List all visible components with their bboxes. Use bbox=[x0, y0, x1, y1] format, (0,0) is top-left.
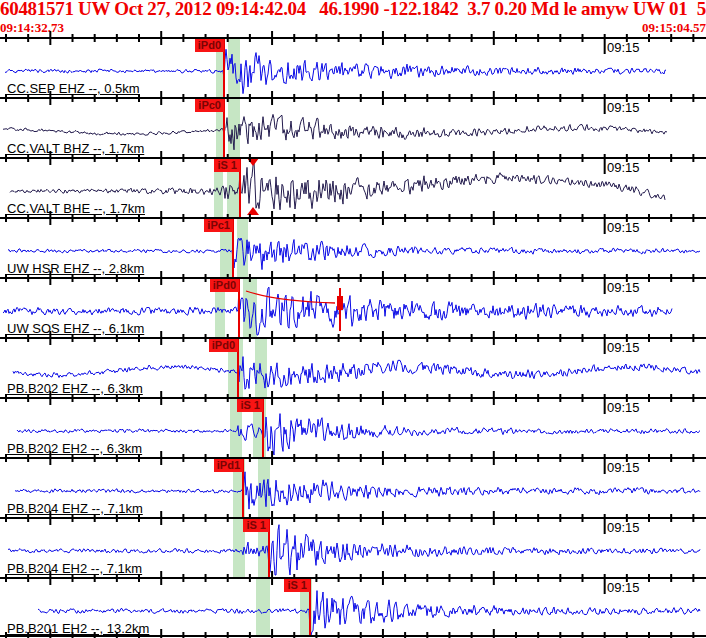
station-channel-label: PB.B201 EH2 --, 13.2km bbox=[7, 621, 149, 636]
phase-pick-flag[interactable]: iPd1 bbox=[214, 459, 243, 472]
phase-pick-flag[interactable]: iS 1 bbox=[214, 159, 240, 172]
trace-panel[interactable]: CC.VALT BHE --, 1.7km09:15iS 1 bbox=[0, 158, 706, 218]
phase-pick-flag[interactable]: iS 1 bbox=[237, 399, 263, 412]
trace-panel[interactable]: CC.VALT BHZ --, 1.7km09:15iPc0 bbox=[0, 98, 706, 158]
station-channel-label: PB.B204 EHZ --, 7.1km bbox=[7, 501, 143, 516]
minute-mark-label: 09:15 bbox=[607, 340, 640, 355]
minute-mark-label: 09:15 bbox=[607, 400, 640, 415]
minute-mark-label: 09:15 bbox=[607, 580, 640, 595]
minute-mark-label: 09:15 bbox=[607, 100, 640, 115]
minute-mark-label: 09:15 bbox=[607, 220, 640, 235]
trace-panel[interactable]: PB.B202 EHZ --, 6.3km09:15iPd0 bbox=[0, 338, 706, 398]
phase-pick-flag[interactable]: iPd0 bbox=[195, 39, 224, 52]
minute-mark-label: 09:15 bbox=[607, 460, 640, 475]
station-channel-label: CC.SEP EHZ --, 0.5km bbox=[7, 81, 140, 96]
trace-panel[interactable]: PB.B201 EH2 --, 13.2km09:15iS 1 bbox=[0, 578, 706, 638]
minute-mark-label: 09:15 bbox=[607, 520, 640, 535]
station-channel-label: PB.B202 EHZ --, 6.3km bbox=[7, 381, 143, 396]
station-channel-label: PB.B204 EH2 --, 7.1km bbox=[7, 561, 142, 576]
station-channel-label: CC.VALT BHE --, 1.7km bbox=[7, 201, 145, 216]
phase-pick-flag[interactable]: iS 1 bbox=[243, 519, 269, 532]
station-channel-label: UW HSR EHZ --, 2.8km bbox=[7, 261, 144, 276]
station-channel-label: PB.B202 EH2 --, 6.3km bbox=[7, 441, 142, 456]
station-channel-label: UW SOS EHZ --, 6.1km bbox=[7, 321, 144, 336]
station-channel-label: CC.VALT BHZ --, 1.7km bbox=[7, 141, 144, 156]
minute-mark-label: 09:15 bbox=[607, 160, 640, 175]
trace-panel[interactable]: PB.B204 EH2 --, 7.1km09:15iS 1 bbox=[0, 518, 706, 578]
trace-panel[interactable]: UW HSR EHZ --, 2.8km09:15iPc1 bbox=[0, 218, 706, 278]
trace-panel[interactable]: PB.B202 EH2 --, 6.3km09:15iS 1 bbox=[0, 398, 706, 458]
trace-panel[interactable]: UW SOS EHZ --, 6.1km09:15iPd0 bbox=[0, 278, 706, 338]
phase-pick-flag[interactable]: iS 1 bbox=[284, 579, 310, 592]
minute-mark-label: 09:15 bbox=[607, 280, 640, 295]
minute-mark-label: 09:15 bbox=[607, 40, 640, 55]
trace-panel[interactable]: CC.SEP EHZ --, 0.5km09:15iPd0 bbox=[0, 38, 706, 98]
phase-pick-flag[interactable]: iPd0 bbox=[210, 279, 239, 292]
phase-pick-flag[interactable]: iPd0 bbox=[209, 339, 238, 352]
trace-panel[interactable]: PB.B204 EHZ --, 7.1km09:15iPd1 bbox=[0, 458, 706, 518]
phase-pick-flag[interactable]: iPc1 bbox=[204, 219, 233, 232]
seismogram-viewer: 60481571 UW Oct 27, 2012 09:14:42.04 46.… bbox=[0, 0, 706, 638]
phase-pick-flag[interactable]: iPc0 bbox=[195, 99, 224, 112]
